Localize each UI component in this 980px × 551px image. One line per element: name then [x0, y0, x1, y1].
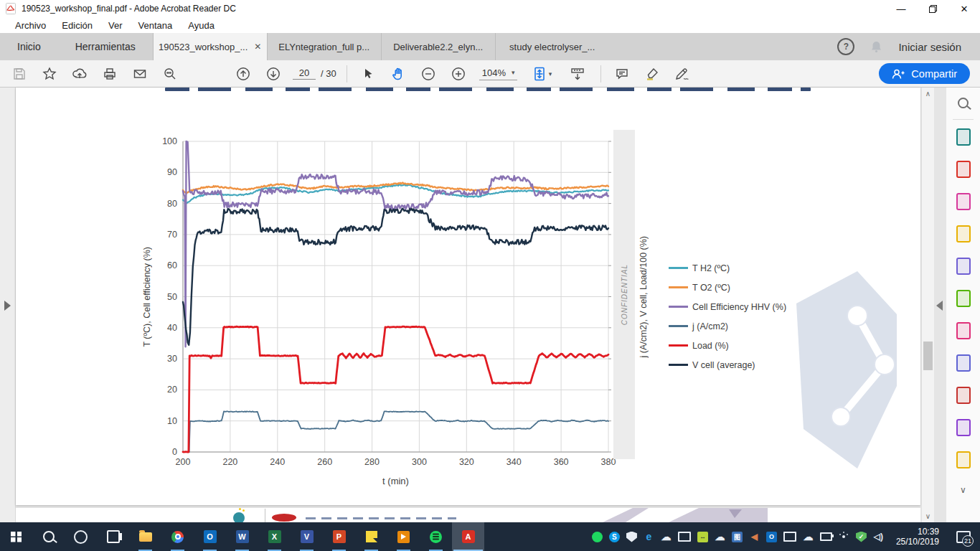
search-icon[interactable]	[32, 522, 65, 551]
zoom-level-dropdown[interactable]: 104% ▾	[479, 67, 518, 80]
next-slide-ellipse	[272, 514, 296, 522]
outlook-icon[interactable]: O	[194, 522, 226, 551]
file-explorer-icon[interactable]	[129, 522, 161, 551]
close-tab-icon[interactable]: ✕	[254, 42, 261, 52]
compartir-button[interactable]: Compartir	[879, 63, 970, 84]
export-pdf-icon[interactable]	[954, 128, 973, 146]
ime-tray-icon[interactable]: 图	[732, 532, 743, 542]
menu-ventana[interactable]: Ventana	[131, 20, 181, 31]
certificates-icon[interactable]	[954, 418, 973, 437]
more-tools-icon[interactable]	[954, 451, 973, 469]
combine-files-icon[interactable]	[954, 257, 973, 276]
zoom-in-icon[interactable]	[443, 63, 473, 85]
chrome-icon[interactable]	[161, 522, 194, 551]
scroll-up-icon[interactable]: ∧	[922, 88, 934, 100]
powerpoint-icon[interactable]: P	[323, 522, 355, 551]
legend-label: T H2 (ºC)	[692, 263, 730, 273]
battery-tray-icon[interactable]	[820, 532, 832, 541]
menu-archivo[interactable]: Archivo	[7, 20, 54, 31]
protect-icon[interactable]	[954, 354, 973, 372]
doc-tab-label: 190523_workshop_...	[159, 42, 248, 52]
outlook-tray-icon[interactable]: O	[766, 532, 777, 542]
star-icon[interactable]	[34, 63, 65, 85]
defender-tray-icon[interactable]	[626, 532, 637, 542]
volume-mixer-tray-icon[interactable]: ◀	[749, 532, 760, 542]
hand-tool-icon[interactable]	[383, 63, 413, 85]
organize-pages-icon[interactable]	[954, 289, 973, 308]
search-tools-icon[interactable]	[954, 93, 973, 112]
spotify-tray-icon[interactable]	[592, 532, 603, 542]
edit-pdf-icon[interactable]	[954, 192, 973, 211]
next-slide-watermark	[603, 508, 768, 522]
print-icon[interactable]	[95, 63, 125, 85]
task-view-icon[interactable]	[97, 522, 129, 551]
excel-icon[interactable]: X	[258, 522, 291, 551]
select-tool-icon[interactable]	[353, 63, 383, 85]
share-cloud-icon[interactable]	[65, 63, 95, 85]
scrollbar-thumb[interactable]	[923, 342, 933, 370]
page-number-box[interactable]: 20 / 30	[293, 67, 336, 80]
next-page-icon[interactable]	[258, 63, 288, 85]
display-tray-icon[interactable]	[678, 532, 691, 542]
menu-ayuda[interactable]: Ayuda	[180, 20, 222, 31]
previous-page-icon[interactable]	[228, 63, 258, 85]
tab-inicio[interactable]: Inicio	[0, 33, 58, 60]
cloud-tray-icon[interactable]: ☁	[715, 532, 725, 542]
fit-page-dropdown[interactable]: ▾	[523, 63, 560, 85]
highlighter-icon[interactable]	[637, 63, 667, 85]
tab-herramientas[interactable]: Herramientas	[58, 33, 153, 60]
notification-center-icon[interactable]: 21	[951, 522, 976, 551]
doc-tab-active[interactable]: 190523_workshop_... ✕	[153, 33, 267, 60]
minimize-button[interactable]: —	[885, 0, 917, 17]
word-icon[interactable]: W	[226, 522, 258, 551]
wifi-tray-icon[interactable]	[839, 532, 849, 542]
sync-tray-icon[interactable]: ☁	[803, 532, 814, 542]
x-tick-label: 340	[507, 457, 522, 467]
comment-icon[interactable]	[607, 63, 637, 85]
cortana-icon[interactable]	[65, 522, 97, 551]
security-tray-icon[interactable]: ✓	[856, 532, 867, 542]
bell-icon[interactable]	[870, 40, 882, 53]
visio-icon[interactable]: V	[291, 522, 323, 551]
close-button[interactable]: ✕	[948, 0, 980, 17]
doc-tab-4[interactable]: study electrolyser_...	[495, 33, 609, 60]
more-tools-chevron-icon[interactable]: ∨	[954, 481, 973, 499]
monitor-tray-icon[interactable]	[783, 532, 796, 542]
x-tick-label: 280	[364, 457, 380, 467]
create-pdf-icon[interactable]	[954, 160, 973, 179]
spotify-icon[interactable]	[420, 522, 452, 551]
restore-button[interactable]	[917, 0, 948, 17]
media-player-icon[interactable]	[387, 522, 420, 551]
onedrive-tray-icon[interactable]: ☁	[661, 532, 672, 542]
vertical-scrollbar[interactable]: ∧ ∨	[921, 88, 934, 522]
skype-tray-icon[interactable]: S	[609, 532, 620, 542]
fill-sign-icon[interactable]	[954, 321, 973, 340]
help-icon[interactable]: ?	[837, 38, 854, 55]
search-icon[interactable]	[155, 63, 185, 85]
menu-ver[interactable]: Ver	[100, 20, 131, 31]
start-icon[interactable]	[0, 522, 32, 551]
hotspot-tray-icon[interactable]: ↔	[697, 532, 708, 542]
scroll-down-icon[interactable]: ∨	[922, 510, 934, 522]
doc-tab-2[interactable]: ELYntegration_full p...	[267, 33, 381, 60]
sticky-notes-icon[interactable]	[355, 522, 387, 551]
y-tick-label: 10	[167, 416, 177, 426]
page-number-input[interactable]: 20	[293, 67, 316, 80]
zoom-out-icon[interactable]	[413, 63, 443, 85]
email-icon[interactable]	[125, 63, 155, 85]
zoom-level-value: 104%	[482, 67, 506, 78]
taskbar-clock[interactable]: 10:39 25/10/2019	[890, 527, 945, 547]
collapse-tools-pane-icon[interactable]	[936, 301, 943, 311]
speaker-tray-icon[interactable]: ◁)	[873, 532, 884, 542]
edge-tray-icon[interactable]: e	[644, 532, 654, 542]
signature-pen-icon[interactable]	[667, 63, 697, 85]
expand-pane-icon[interactable]	[4, 301, 11, 311]
compress-pdf-icon[interactable]	[954, 386, 973, 405]
doc-tab-3[interactable]: Deliverable2.2_elyn...	[381, 33, 495, 60]
save-icon[interactable]	[4, 63, 34, 85]
menu-edicion[interactable]: Edición	[54, 20, 100, 31]
hide-toolbar-icon[interactable]	[560, 63, 595, 85]
acrobat-icon[interactable]: A	[452, 522, 484, 551]
sign-in-link[interactable]: Iniciar sesión	[898, 41, 961, 53]
comment-icon[interactable]	[954, 225, 973, 243]
